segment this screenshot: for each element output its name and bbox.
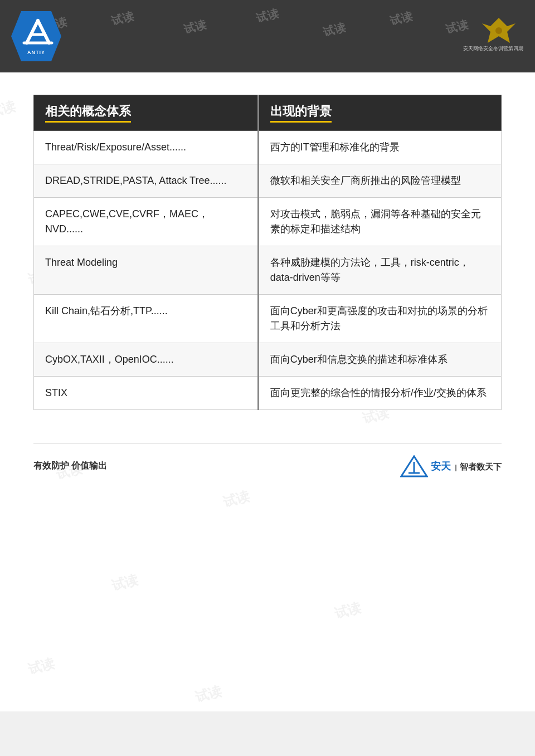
logo: ANTIY bbox=[11, 11, 61, 61]
svg-line-0 bbox=[27, 21, 38, 43]
footer-tagline: 有效防护 价值输出 bbox=[33, 460, 107, 472]
main-content: 试读 试读 试读 试读 试读 试读 试读 试读 试读 试读 试读 试读 试读 试… bbox=[0, 72, 535, 711]
header-right-logo: 安天网络安全冬训营第四期 bbox=[463, 8, 524, 58]
footer: 有效防护 价值输出 安天 | 智者数天下 bbox=[33, 443, 502, 488]
table-cell-background: 面向Cyber和更高强度的攻击和对抗的场景的分析工具和分析方法 bbox=[258, 295, 501, 343]
table-cell-concept: CAPEC,CWE,CVE,CVRF，MAEC，NVD...... bbox=[34, 198, 259, 246]
right-logo-subtext: 安天网络安全冬训营第四期 bbox=[463, 45, 523, 52]
concept-table: 相关的概念体系 出现的背景 Threat/Risk/Exposure/Asset… bbox=[33, 95, 502, 410]
footer-logo-icon bbox=[400, 455, 428, 477]
table-cell-concept: Threat Modeling bbox=[34, 246, 259, 295]
table-row: DREAD,STRIDE,PASTA, Attack Tree......微软和… bbox=[34, 164, 502, 198]
wm-4: 试读 bbox=[255, 6, 280, 26]
wm-2: 试读 bbox=[110, 8, 135, 28]
table-cell-background: 对攻击模式，脆弱点，漏洞等各种基础的安全元素的标定和描述结构 bbox=[258, 198, 501, 246]
table-cell-background: 面向更完整的综合性的情报分析/作业/交换的体系 bbox=[258, 377, 501, 410]
table-row: Kill Chain,钻石分析,TTP......面向Cyber和更高强度的攻击… bbox=[34, 295, 502, 343]
table-row: STIX面向更完整的综合性的情报分析/作业/交换的体系 bbox=[34, 377, 502, 410]
col1-header: 相关的概念体系 bbox=[34, 95, 259, 131]
svg-line-1 bbox=[38, 21, 49, 43]
wm-3: 试读 bbox=[182, 17, 208, 37]
col2-header: 出现的背景 bbox=[258, 95, 501, 131]
header-watermarks: 试读 试读 试读 试读 试读 试读 试读 bbox=[0, 0, 535, 72]
wm-5: 试读 bbox=[322, 19, 347, 40]
table-cell-background: 各种威胁建模的方法论，工具，risk-centric，data-driven等等 bbox=[258, 246, 501, 295]
table-row: CAPEC,CWE,CVE,CVRF，MAEC，NVD......对攻击模式，脆… bbox=[34, 198, 502, 246]
logo-text: ANTIY bbox=[27, 50, 45, 55]
logo-stripes bbox=[21, 18, 52, 48]
concept-table-wrapper: 相关的概念体系 出现的背景 Threat/Risk/Exposure/Asset… bbox=[33, 95, 502, 410]
table-cell-concept: CybOX,TAXII，OpenIOC...... bbox=[34, 343, 259, 377]
table-cell-concept: Kill Chain,钻石分析,TTP...... bbox=[34, 295, 259, 343]
table-cell-background: 面向Cyber和信息交换的描述和标准体系 bbox=[258, 343, 501, 377]
footer-logo-separator: | bbox=[455, 463, 457, 471]
table-row: Threat Modeling各种威胁建模的方法论，工具，risk-centri… bbox=[34, 246, 502, 295]
wm-6: 试读 bbox=[388, 8, 414, 28]
table-cell-concept: DREAD,STRIDE,PASTA, Attack Tree...... bbox=[34, 164, 259, 198]
header: 试读 试读 试读 试读 试读 试读 试读 ANTIY 安 bbox=[0, 0, 535, 72]
table-cell-concept: Threat/Risk/Exposure/Asset...... bbox=[34, 131, 259, 164]
table-row: Threat/Risk/Exposure/Asset......西方的IT管理和… bbox=[34, 131, 502, 164]
svg-point-5 bbox=[495, 27, 502, 34]
right-logo-icon bbox=[476, 15, 510, 43]
footer-logo: 安天 | 智者数天下 bbox=[400, 455, 502, 477]
footer-logo-text: 安天 | 智者数天下 bbox=[431, 460, 502, 473]
table-cell-concept: STIX bbox=[34, 377, 259, 410]
table-row: CybOX,TAXII，OpenIOC......面向Cyber和信息交换的描述… bbox=[34, 343, 502, 377]
table-cell-background: 微软和相关安全厂商所推出的风险管理模型 bbox=[258, 164, 501, 198]
table-cell-background: 西方的IT管理和标准化的背景 bbox=[258, 131, 501, 164]
